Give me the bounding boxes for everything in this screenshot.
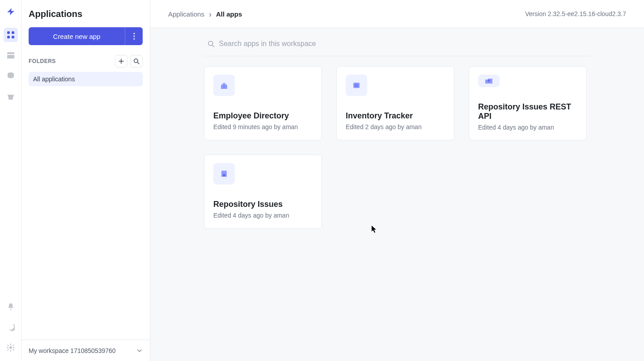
svg-point-8 bbox=[10, 309, 11, 310]
nav-database-icon[interactable] bbox=[4, 69, 18, 83]
folder-all-applications[interactable]: All applications bbox=[29, 72, 143, 86]
search-icon bbox=[133, 58, 140, 64]
search-bar[interactable] bbox=[204, 40, 590, 56]
chevron-right-icon: › bbox=[209, 9, 212, 18]
app-title: Repository Issues bbox=[213, 200, 313, 209]
topbar: Applications › All apps Version 2.32.5-e… bbox=[150, 0, 644, 28]
panel-title: Applications bbox=[29, 9, 143, 19]
nav-notifications-icon[interactable] bbox=[4, 299, 18, 314]
svg-rect-1 bbox=[12, 31, 14, 34]
version-label: Version 2.32.5-ee2.15.16-cloud2.3.7 bbox=[525, 10, 626, 17]
app-icon bbox=[346, 75, 367, 96]
create-app-button[interactable]: Create new app bbox=[29, 27, 125, 45]
svg-rect-3 bbox=[12, 36, 14, 38]
svg-point-20 bbox=[133, 38, 135, 39]
app-card[interactable]: Repository Issues REST APIEdited 4 days … bbox=[469, 66, 587, 140]
app-meta: Edited 9 minutes ago by aman bbox=[213, 123, 313, 130]
nav-apps-icon[interactable] bbox=[4, 28, 18, 42]
app-title: Inventory Tracker bbox=[346, 111, 445, 121]
svg-rect-0 bbox=[7, 31, 10, 34]
search-icon bbox=[208, 40, 215, 47]
svg-rect-10 bbox=[10, 344, 11, 345]
app-icon bbox=[478, 75, 500, 87]
svg-rect-5 bbox=[7, 55, 14, 59]
chevron-down-icon bbox=[136, 348, 143, 354]
svg-rect-25 bbox=[355, 84, 358, 85]
workspace-switcher[interactable]: My workspace 1710850539760 bbox=[21, 340, 150, 361]
app-icon bbox=[213, 75, 235, 96]
svg-rect-24 bbox=[353, 83, 360, 88]
svg-rect-13 bbox=[13, 347, 15, 348]
svg-point-21 bbox=[134, 59, 138, 63]
side-panel: Applications Create new app FOLDERS All … bbox=[21, 0, 150, 361]
nav-rail bbox=[0, 0, 21, 361]
app-card[interactable]: Inventory TrackerEdited 2 days ago by am… bbox=[336, 66, 454, 140]
svg-rect-2 bbox=[7, 36, 10, 38]
svg-point-18 bbox=[133, 33, 135, 34]
app-card[interactable]: Employee DirectoryEdited 9 minutes ago b… bbox=[204, 66, 322, 140]
svg-rect-11 bbox=[10, 350, 11, 352]
add-folder-button[interactable] bbox=[115, 55, 127, 67]
svg-rect-16 bbox=[7, 349, 8, 351]
app-card[interactable]: Repository IssuesEdited 4 days ago by am… bbox=[204, 155, 322, 229]
plus-icon bbox=[119, 59, 124, 64]
search-folders-button[interactable] bbox=[130, 55, 143, 67]
svg-point-9 bbox=[9, 346, 12, 349]
more-vertical-icon bbox=[133, 33, 135, 40]
app-icon bbox=[213, 163, 235, 185]
app-title: Repository Issues REST API bbox=[478, 102, 577, 121]
app-meta: Edited 4 days ago by aman bbox=[478, 124, 577, 131]
nav-theme-icon[interactable] bbox=[4, 320, 18, 334]
svg-point-19 bbox=[133, 35, 135, 37]
svg-rect-14 bbox=[7, 344, 8, 346]
logo bbox=[4, 4, 18, 19]
svg-rect-7 bbox=[8, 97, 13, 100]
svg-rect-17 bbox=[12, 344, 14, 346]
svg-rect-12 bbox=[7, 347, 8, 348]
nav-tables-icon[interactable] bbox=[4, 48, 18, 63]
svg-rect-4 bbox=[7, 52, 14, 54]
breadcrumb: Applications › All apps bbox=[168, 9, 242, 18]
svg-rect-23 bbox=[223, 86, 225, 87]
folders-label: FOLDERS bbox=[29, 58, 56, 64]
folder-label: All applications bbox=[33, 76, 75, 83]
app-title: Employee Directory bbox=[213, 111, 313, 121]
app-meta: Edited 2 days ago by aman bbox=[346, 123, 445, 130]
nav-settings-icon[interactable] bbox=[4, 340, 18, 355]
breadcrumb-root[interactable]: Applications bbox=[168, 10, 204, 18]
search-input[interactable] bbox=[219, 40, 590, 48]
svg-rect-15 bbox=[12, 349, 14, 351]
svg-rect-28 bbox=[223, 174, 225, 176]
svg-rect-26 bbox=[355, 86, 358, 87]
nav-marketplace-icon[interactable] bbox=[4, 89, 18, 104]
create-app-more-button[interactable] bbox=[125, 27, 143, 45]
breadcrumb-current: All apps bbox=[216, 10, 242, 18]
workspace-name: My workspace 1710850539760 bbox=[29, 347, 116, 354]
app-meta: Edited 4 days ago by aman bbox=[213, 212, 313, 219]
